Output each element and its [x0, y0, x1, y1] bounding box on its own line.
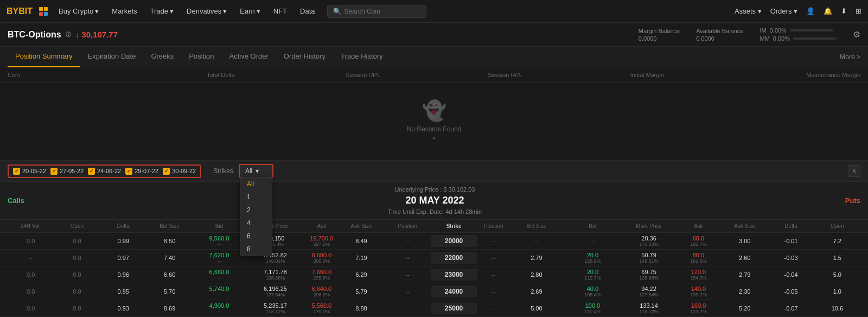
- notifications-icon[interactable]: 🔔: [824, 7, 832, 15]
- btc-price: ↓ 30,107.77: [75, 30, 118, 39]
- nav-nft[interactable]: NFT: [268, 7, 292, 15]
- download-icon[interactable]: ⬇: [841, 7, 847, 15]
- c-delta: 0.95: [100, 288, 146, 295]
- im-value: 0.00%: [770, 27, 787, 34]
- c-bid: 7,620.0 --: [193, 252, 245, 264]
- tab-expiration-date[interactable]: Expiration Date: [80, 47, 143, 67]
- orders-menu[interactable]: Orders ▾: [770, 7, 797, 15]
- col-c-ask-size: Ask Size: [338, 223, 384, 229]
- grid-icon[interactable]: ⊞: [856, 7, 861, 15]
- c-bid-size: 7.40: [146, 255, 193, 261]
- margin-balance-block: Margin Balance 0.0000: [639, 28, 680, 42]
- search-icon: 🔍: [333, 8, 341, 15]
- c-position: --: [385, 288, 431, 295]
- p-ask: 120.0 154.9%: [675, 269, 722, 281]
- p-bid-size: 2.79: [510, 255, 563, 261]
- date-badge: 20 MAY 2022: [405, 195, 464, 206]
- p-ask-size: 3.00: [722, 238, 768, 244]
- p-mark-price: 69.75 138.66%: [622, 269, 675, 281]
- k-button[interactable]: K: [848, 165, 860, 177]
- c-ask-size: 6.29: [338, 271, 384, 278]
- c-bid: 5,740.0 --: [193, 286, 245, 297]
- mm-progress-row: MM 0.00%: [760, 35, 837, 42]
- strikes-dropdown-wrapper: All ▾ All 1 2 4 6 8: [239, 164, 273, 178]
- center-info: Underlying Price : $ 30,102.03 20 MAY 20…: [388, 186, 482, 215]
- tab-greeks[interactable]: Greeks: [143, 47, 181, 67]
- search-box[interactable]: 🔍: [327, 5, 426, 18]
- p-delta: -0.05: [768, 288, 814, 295]
- nav-data[interactable]: Data: [295, 7, 320, 15]
- strikes-option-2[interactable]: 2: [240, 204, 272, 217]
- c-24h-vol: 0.0: [8, 288, 54, 295]
- available-balance-value: 0.0000: [696, 35, 743, 42]
- table-row: 0.0 0.0 0.93 8.69 4,900.0 -- 5,235.17 11…: [0, 300, 868, 317]
- im-label: IM: [760, 27, 766, 34]
- p-open: 1.0: [814, 288, 860, 295]
- col-session-upl: Session UPL: [292, 72, 434, 78]
- c-bid: 9,560.0 --: [193, 235, 245, 247]
- options-table-body: 0.0 0.0 0.99 8.50 9,560.0 -- 10,150 171.…: [0, 233, 868, 317]
- c-bid-size: 5.70: [146, 288, 193, 295]
- col-total-delta: Total Delta: [150, 72, 292, 78]
- p-mark-price: 133.14 118.12%: [622, 302, 675, 314]
- search-input[interactable]: [344, 8, 420, 15]
- info-icon[interactable]: ⓘ: [66, 31, 71, 39]
- tab-position[interactable]: Position: [181, 47, 221, 67]
- strikes-option-all[interactable]: All: [240, 177, 272, 191]
- c-ask: 8,680.0 266.0%: [305, 252, 338, 264]
- options-header-row: Calls Underlying Price : $ 30,102.03 20 …: [0, 182, 868, 220]
- available-balance-label: Available Balance: [696, 28, 743, 34]
- tab-active-order[interactable]: Active Order: [222, 47, 276, 67]
- p-bid-size: 2.80: [510, 271, 563, 278]
- nav-trade[interactable]: Trade ▾: [145, 7, 179, 15]
- date-checkbox-27-05-22[interactable]: ✓ 27-05-22: [50, 168, 84, 175]
- profile-icon[interactable]: 👤: [806, 7, 815, 15]
- p-delta: -0.03: [768, 255, 814, 261]
- nav-buy-crypto[interactable]: Buy Crypto ▾: [53, 7, 104, 15]
- date-checkbox-24-06-22[interactable]: ✓ 24-06-22: [88, 168, 121, 175]
- header-row: BTC-Options ⓘ ↓ 30,107.77 Margin Balance…: [0, 23, 868, 47]
- tab-order-history[interactable]: Order History: [276, 47, 333, 67]
- c-24h-vol: --: [8, 255, 54, 261]
- c-ask-size: 7.19: [338, 255, 384, 261]
- date-checkbox-20-05-22[interactable]: ✓ 20-05-22: [13, 168, 46, 175]
- strikes-option-4[interactable]: 4: [240, 217, 272, 230]
- p-position: --: [477, 255, 510, 261]
- col-initial-margin: Initial Margin: [576, 72, 718, 78]
- tab-more[interactable]: More >: [840, 53, 860, 61]
- p-ask: 160.0 123.7%: [675, 302, 722, 314]
- p-bid: 100.0 110.4%: [563, 302, 623, 314]
- col-c-position: Position: [385, 223, 431, 229]
- strikes-dropdown-button[interactable]: All ▾: [240, 165, 272, 177]
- checkbox-icon-3: ✓: [88, 168, 95, 175]
- col-c-delta: Delta: [100, 223, 146, 229]
- c-24h-vol: 0.0: [8, 271, 54, 278]
- logo[interactable]: BYBIT: [7, 7, 33, 16]
- topnav: BYBIT Buy Crypto ▾ Markets Trade ▾ Deriv…: [0, 0, 868, 23]
- strikes-option-8[interactable]: 8: [240, 243, 272, 256]
- c-ask-size: 5.79: [338, 288, 384, 295]
- c-mark-price: 5,235.17 118.12%: [246, 302, 305, 314]
- strike: 23000: [431, 269, 477, 281]
- strikes-option-6[interactable]: 6: [240, 230, 272, 243]
- strikes-option-1[interactable]: 1: [240, 191, 272, 204]
- assets-menu[interactable]: Assets ▾: [735, 7, 762, 15]
- date-checkbox-30-09-22[interactable]: ✓ 30-09-22: [163, 168, 196, 175]
- logo-grid-icon[interactable]: [39, 7, 48, 16]
- c-bid: 6,680.0 --: [193, 269, 245, 281]
- tab-trade-history[interactable]: Trade History: [333, 47, 391, 67]
- tab-position-summary[interactable]: Position Summary: [8, 47, 80, 67]
- nav-earn[interactable]: Earn ▾: [234, 7, 265, 15]
- gear-icon[interactable]: ⚙: [853, 29, 860, 40]
- nav-derivatives[interactable]: Derivatives ▾: [181, 7, 232, 15]
- p-ask: 140.0 139.7%: [675, 286, 722, 297]
- col-strike: Strike: [431, 223, 477, 229]
- c-ask: 19,700.0 327.5%: [305, 235, 338, 247]
- p-bid: --: [563, 238, 623, 244]
- date-checkbox-29-07-22[interactable]: ✓ 29-07-22: [125, 168, 158, 175]
- p-position: --: [477, 305, 510, 312]
- nav-markets[interactable]: Markets: [106, 7, 142, 15]
- mm-progress-bar: [793, 37, 837, 40]
- chevron-up-icon[interactable]: ⌃: [431, 136, 437, 144]
- c-mark-price: 6,196.25 127.84%: [246, 286, 305, 297]
